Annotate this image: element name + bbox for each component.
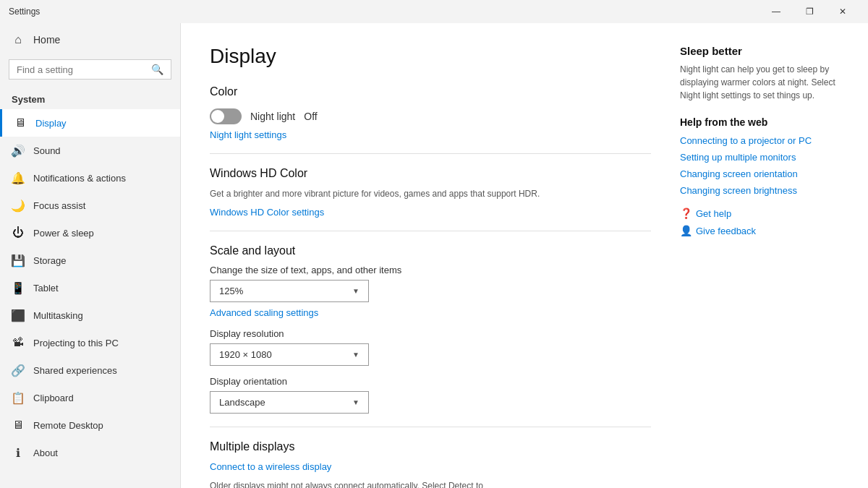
home-label: Home: [33, 34, 60, 46]
night-light-settings-link[interactable]: Night light settings: [210, 129, 286, 140]
divider-3: [210, 427, 651, 427]
page-title: Display: [210, 45, 651, 68]
titlebar: Settings — ❐ ✕: [0, 0, 868, 23]
multiple-displays-title: Multiple displays: [210, 440, 651, 453]
projecting-icon: 📽: [12, 336, 25, 349]
size-dropdown[interactable]: 125% ▼: [210, 280, 369, 302]
toggle-knob: [211, 110, 224, 123]
remote-icon: 🖥: [12, 419, 25, 432]
sidebar-item-tablet[interactable]: 📱 Tablet: [0, 274, 180, 301]
scale-section: Scale and layout Change the size of text…: [210, 244, 651, 414]
help-link-2[interactable]: Changing screen orientation: [680, 168, 839, 179]
minimize-button[interactable]: —: [760, 0, 793, 23]
orientation-dropdown[interactable]: Landscape ▼: [210, 391, 369, 414]
hd-color-title: Windows HD Color: [210, 167, 651, 180]
get-help-label: Get help: [696, 208, 731, 219]
content-right: Sleep better Night light can help you ge…: [680, 45, 839, 466]
divider-2: [210, 231, 651, 231]
divider-1: [210, 153, 651, 154]
size-dropdown-arrow: ▼: [352, 287, 359, 295]
hd-color-section: Windows HD Color Get a brighter and more…: [210, 167, 651, 218]
help-links: Connecting to a projector or PC Setting …: [680, 135, 839, 196]
sidebar-item-clipboard[interactable]: 📋 Clipboard: [0, 384, 180, 411]
sidebar-item-storage[interactable]: 💾 Storage: [0, 247, 180, 274]
sound-icon: 🔊: [12, 144, 25, 157]
resolution-value: 1920 × 1080: [219, 349, 272, 360]
tablet-label: Tablet: [33, 283, 59, 294]
color-title: Color: [210, 85, 651, 98]
app-body: ⌂ Home 🔍 System 🖥 Display 🔊 Sound 🔔 Noti…: [0, 23, 868, 488]
get-help-icon: ❓: [680, 207, 692, 219]
multitasking-icon: ⬛: [12, 309, 25, 322]
about-label: About: [33, 448, 58, 458]
sidebar-item-projecting[interactable]: 📽 Projecting to this PC: [0, 329, 180, 356]
multiple-displays-desc: Older displays might not always connect …: [210, 479, 651, 488]
get-help-link[interactable]: ❓ Get help: [680, 207, 839, 219]
sidebar-item-focus[interactable]: 🌙 Focus assist: [0, 192, 180, 219]
main-content: Display Color Night light Off Night ligh…: [181, 23, 868, 488]
sidebar: ⌂ Home 🔍 System 🖥 Display 🔊 Sound 🔔 Noti…: [0, 23, 181, 488]
multitasking-label: Multitasking: [33, 310, 83, 321]
storage-label: Storage: [33, 255, 67, 266]
sidebar-item-about[interactable]: ℹ About: [0, 439, 180, 466]
sidebar-item-power[interactable]: ⏻ Power & sleep: [0, 219, 180, 247]
search-input[interactable]: [17, 64, 145, 75]
display-label: Display: [35, 118, 67, 129]
about-icon: ℹ: [12, 446, 25, 459]
wireless-display-link[interactable]: Connect to a wireless display: [210, 461, 331, 472]
close-button[interactable]: ✕: [826, 0, 859, 23]
help-link-3[interactable]: Changing screen brightness: [680, 185, 839, 196]
support-links: ❓ Get help 👤 Give feedback: [680, 207, 839, 236]
size-value: 125%: [219, 286, 243, 296]
shared-icon: 🔗: [12, 364, 25, 377]
night-light-toggle[interactable]: [210, 108, 242, 124]
sidebar-item-remote[interactable]: 🖥 Remote Desktop: [0, 411, 180, 439]
help-link-1[interactable]: Setting up multiple monitors: [680, 152, 839, 163]
content-left: Display Color Night light Off Night ligh…: [210, 45, 651, 466]
projecting-label: Projecting to this PC: [33, 338, 119, 348]
search-icon: 🔍: [151, 64, 163, 75]
sidebar-item-home[interactable]: ⌂ Home: [0, 23, 180, 56]
storage-icon: 💾: [12, 254, 25, 267]
sidebar-item-display[interactable]: 🖥 Display: [0, 109, 180, 137]
focus-icon: 🌙: [12, 199, 25, 212]
notifications-label: Notifications & actions: [33, 173, 126, 184]
clipboard-icon: 📋: [12, 391, 25, 404]
resolution-label: Display resolution: [210, 328, 651, 339]
night-light-row: Night light Off: [210, 108, 651, 124]
night-light-label: Night light: [250, 111, 295, 122]
resolution-dropdown[interactable]: 1920 × 1080 ▼: [210, 343, 369, 366]
hd-color-desc: Get a brighter and more vibrant picture …: [210, 187, 651, 200]
orientation-label: Display orientation: [210, 376, 651, 387]
orientation-value: Landscape: [219, 397, 265, 408]
sidebar-search-box[interactable]: 🔍: [9, 59, 171, 80]
clipboard-label: Clipboard: [33, 393, 74, 403]
notifications-icon: 🔔: [12, 171, 25, 184]
feedback-label: Give feedback: [696, 226, 756, 236]
home-icon: ⌂: [12, 33, 25, 46]
orientation-dropdown-arrow: ▼: [352, 398, 359, 406]
sleep-desc: Night light can help you get to sleep by…: [680, 63, 839, 102]
size-label: Change the size of text, apps, and other…: [210, 265, 651, 275]
window-controls: — ❐ ✕: [760, 0, 859, 23]
advanced-scaling-link[interactable]: Advanced scaling settings: [210, 307, 318, 318]
sidebar-item-multitasking[interactable]: ⬛ Multitasking: [0, 301, 180, 329]
sidebar-item-notifications[interactable]: 🔔 Notifications & actions: [0, 164, 180, 192]
restore-button[interactable]: ❐: [793, 0, 826, 23]
power-icon: ⏻: [12, 226, 25, 239]
app-title: Settings: [9, 7, 40, 17]
power-label: Power & sleep: [33, 228, 94, 239]
sidebar-item-shared[interactable]: 🔗 Shared experiences: [0, 356, 180, 384]
sidebar-item-sound[interactable]: 🔊 Sound: [0, 137, 180, 164]
sound-label: Sound: [33, 145, 61, 156]
scale-title: Scale and layout: [210, 244, 651, 257]
display-icon: 🖥: [14, 116, 27, 129]
help-title: Help from the web: [680, 116, 839, 128]
resolution-dropdown-arrow: ▼: [352, 351, 359, 359]
feedback-icon: 👤: [680, 225, 692, 236]
system-section-label: System: [0, 88, 180, 109]
night-light-state: Off: [304, 111, 317, 122]
hd-color-link[interactable]: Windows HD Color settings: [210, 207, 324, 218]
help-link-0[interactable]: Connecting to a projector or PC: [680, 135, 839, 146]
feedback-link[interactable]: 👤 Give feedback: [680, 225, 839, 236]
